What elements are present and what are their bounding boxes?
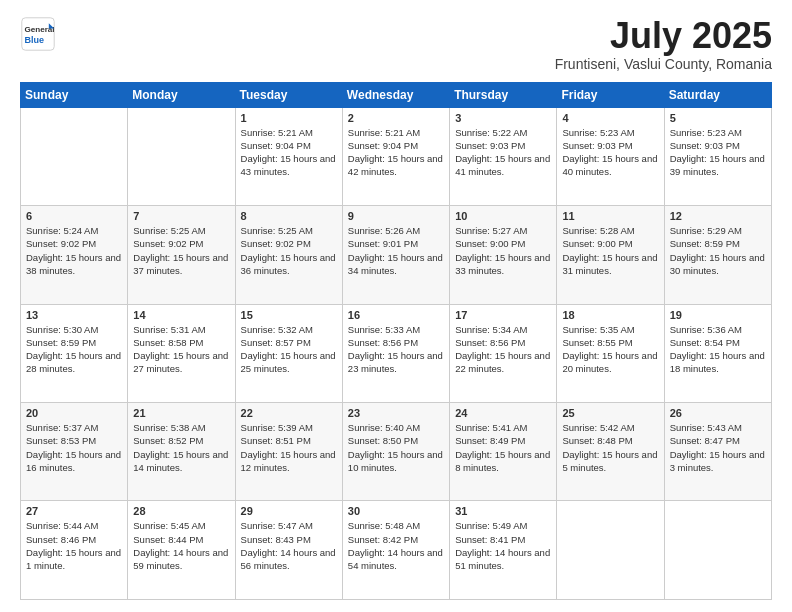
weekday-header: Wednesday: [342, 82, 449, 107]
calendar-cell: 21Sunrise: 5:38 AMSunset: 8:52 PMDayligh…: [128, 403, 235, 501]
calendar-cell: 23Sunrise: 5:40 AMSunset: 8:50 PMDayligh…: [342, 403, 449, 501]
day-info: Sunrise: 5:26 AMSunset: 9:01 PMDaylight:…: [348, 224, 444, 277]
day-info: Sunrise: 5:33 AMSunset: 8:56 PMDaylight:…: [348, 323, 444, 376]
day-number: 30: [348, 505, 444, 517]
title-block: July 2025 Fruntiseni, Vaslui County, Rom…: [555, 16, 772, 72]
logo: General Blue: [20, 16, 58, 52]
calendar-cell: [557, 501, 664, 600]
calendar-cell: 12Sunrise: 5:29 AMSunset: 8:59 PMDayligh…: [664, 206, 771, 304]
day-number: 12: [670, 210, 766, 222]
calendar-cell: 1Sunrise: 5:21 AMSunset: 9:04 PMDaylight…: [235, 107, 342, 205]
day-number: 20: [26, 407, 122, 419]
calendar: SundayMondayTuesdayWednesdayThursdayFrid…: [20, 82, 772, 600]
day-info: Sunrise: 5:42 AMSunset: 8:48 PMDaylight:…: [562, 421, 658, 474]
calendar-week-row: 20Sunrise: 5:37 AMSunset: 8:53 PMDayligh…: [21, 403, 772, 501]
calendar-cell: 15Sunrise: 5:32 AMSunset: 8:57 PMDayligh…: [235, 304, 342, 402]
calendar-cell: 18Sunrise: 5:35 AMSunset: 8:55 PMDayligh…: [557, 304, 664, 402]
day-number: 7: [133, 210, 229, 222]
calendar-cell: 2Sunrise: 5:21 AMSunset: 9:04 PMDaylight…: [342, 107, 449, 205]
calendar-cell: 3Sunrise: 5:22 AMSunset: 9:03 PMDaylight…: [450, 107, 557, 205]
calendar-cell: [21, 107, 128, 205]
weekday-header: Tuesday: [235, 82, 342, 107]
day-number: 31: [455, 505, 551, 517]
day-number: 2: [348, 112, 444, 124]
day-info: Sunrise: 5:23 AMSunset: 9:03 PMDaylight:…: [562, 126, 658, 179]
day-number: 23: [348, 407, 444, 419]
day-number: 6: [26, 210, 122, 222]
calendar-body: 1Sunrise: 5:21 AMSunset: 9:04 PMDaylight…: [21, 107, 772, 599]
day-number: 14: [133, 309, 229, 321]
calendar-cell: [128, 107, 235, 205]
calendar-cell: 28Sunrise: 5:45 AMSunset: 8:44 PMDayligh…: [128, 501, 235, 600]
month-title: July 2025: [555, 16, 772, 56]
day-number: 8: [241, 210, 337, 222]
calendar-cell: 20Sunrise: 5:37 AMSunset: 8:53 PMDayligh…: [21, 403, 128, 501]
day-number: 16: [348, 309, 444, 321]
day-info: Sunrise: 5:31 AMSunset: 8:58 PMDaylight:…: [133, 323, 229, 376]
calendar-week-row: 13Sunrise: 5:30 AMSunset: 8:59 PMDayligh…: [21, 304, 772, 402]
day-info: Sunrise: 5:49 AMSunset: 8:41 PMDaylight:…: [455, 519, 551, 572]
weekday-header: Sunday: [21, 82, 128, 107]
calendar-cell: 6Sunrise: 5:24 AMSunset: 9:02 PMDaylight…: [21, 206, 128, 304]
day-info: Sunrise: 5:22 AMSunset: 9:03 PMDaylight:…: [455, 126, 551, 179]
calendar-cell: 31Sunrise: 5:49 AMSunset: 8:41 PMDayligh…: [450, 501, 557, 600]
day-info: Sunrise: 5:44 AMSunset: 8:46 PMDaylight:…: [26, 519, 122, 572]
day-info: Sunrise: 5:41 AMSunset: 8:49 PMDaylight:…: [455, 421, 551, 474]
calendar-cell: 24Sunrise: 5:41 AMSunset: 8:49 PMDayligh…: [450, 403, 557, 501]
weekday-header: Monday: [128, 82, 235, 107]
day-info: Sunrise: 5:32 AMSunset: 8:57 PMDaylight:…: [241, 323, 337, 376]
day-info: Sunrise: 5:34 AMSunset: 8:56 PMDaylight:…: [455, 323, 551, 376]
day-number: 18: [562, 309, 658, 321]
day-info: Sunrise: 5:39 AMSunset: 8:51 PMDaylight:…: [241, 421, 337, 474]
day-number: 1: [241, 112, 337, 124]
day-number: 4: [562, 112, 658, 124]
day-number: 28: [133, 505, 229, 517]
day-info: Sunrise: 5:29 AMSunset: 8:59 PMDaylight:…: [670, 224, 766, 277]
calendar-cell: 29Sunrise: 5:47 AMSunset: 8:43 PMDayligh…: [235, 501, 342, 600]
calendar-cell: 13Sunrise: 5:30 AMSunset: 8:59 PMDayligh…: [21, 304, 128, 402]
day-number: 22: [241, 407, 337, 419]
weekday-header: Friday: [557, 82, 664, 107]
day-info: Sunrise: 5:47 AMSunset: 8:43 PMDaylight:…: [241, 519, 337, 572]
day-number: 19: [670, 309, 766, 321]
calendar-cell: 25Sunrise: 5:42 AMSunset: 8:48 PMDayligh…: [557, 403, 664, 501]
day-info: Sunrise: 5:24 AMSunset: 9:02 PMDaylight:…: [26, 224, 122, 277]
location: Fruntiseni, Vaslui County, Romania: [555, 56, 772, 72]
weekday-header: Saturday: [664, 82, 771, 107]
calendar-cell: 11Sunrise: 5:28 AMSunset: 9:00 PMDayligh…: [557, 206, 664, 304]
day-number: 24: [455, 407, 551, 419]
calendar-cell: 30Sunrise: 5:48 AMSunset: 8:42 PMDayligh…: [342, 501, 449, 600]
svg-text:Blue: Blue: [25, 35, 45, 45]
day-info: Sunrise: 5:30 AMSunset: 8:59 PMDaylight:…: [26, 323, 122, 376]
day-number: 9: [348, 210, 444, 222]
calendar-cell: 4Sunrise: 5:23 AMSunset: 9:03 PMDaylight…: [557, 107, 664, 205]
calendar-cell: 10Sunrise: 5:27 AMSunset: 9:00 PMDayligh…: [450, 206, 557, 304]
day-number: 5: [670, 112, 766, 124]
calendar-cell: 7Sunrise: 5:25 AMSunset: 9:02 PMDaylight…: [128, 206, 235, 304]
day-info: Sunrise: 5:27 AMSunset: 9:00 PMDaylight:…: [455, 224, 551, 277]
calendar-cell: 17Sunrise: 5:34 AMSunset: 8:56 PMDayligh…: [450, 304, 557, 402]
weekday-header: Thursday: [450, 82, 557, 107]
day-info: Sunrise: 5:37 AMSunset: 8:53 PMDaylight:…: [26, 421, 122, 474]
day-info: Sunrise: 5:38 AMSunset: 8:52 PMDaylight:…: [133, 421, 229, 474]
day-number: 29: [241, 505, 337, 517]
calendar-cell: 14Sunrise: 5:31 AMSunset: 8:58 PMDayligh…: [128, 304, 235, 402]
calendar-cell: 19Sunrise: 5:36 AMSunset: 8:54 PMDayligh…: [664, 304, 771, 402]
day-info: Sunrise: 5:23 AMSunset: 9:03 PMDaylight:…: [670, 126, 766, 179]
calendar-cell: 26Sunrise: 5:43 AMSunset: 8:47 PMDayligh…: [664, 403, 771, 501]
calendar-cell: 16Sunrise: 5:33 AMSunset: 8:56 PMDayligh…: [342, 304, 449, 402]
calendar-week-row: 1Sunrise: 5:21 AMSunset: 9:04 PMDaylight…: [21, 107, 772, 205]
day-number: 26: [670, 407, 766, 419]
day-info: Sunrise: 5:36 AMSunset: 8:54 PMDaylight:…: [670, 323, 766, 376]
day-number: 21: [133, 407, 229, 419]
day-number: 15: [241, 309, 337, 321]
day-number: 13: [26, 309, 122, 321]
calendar-cell: [664, 501, 771, 600]
calendar-cell: 5Sunrise: 5:23 AMSunset: 9:03 PMDaylight…: [664, 107, 771, 205]
day-number: 17: [455, 309, 551, 321]
day-number: 27: [26, 505, 122, 517]
header: General Blue July 2025 Fruntiseni, Vaslu…: [20, 16, 772, 72]
day-info: Sunrise: 5:21 AMSunset: 9:04 PMDaylight:…: [241, 126, 337, 179]
day-info: Sunrise: 5:40 AMSunset: 8:50 PMDaylight:…: [348, 421, 444, 474]
day-info: Sunrise: 5:43 AMSunset: 8:47 PMDaylight:…: [670, 421, 766, 474]
